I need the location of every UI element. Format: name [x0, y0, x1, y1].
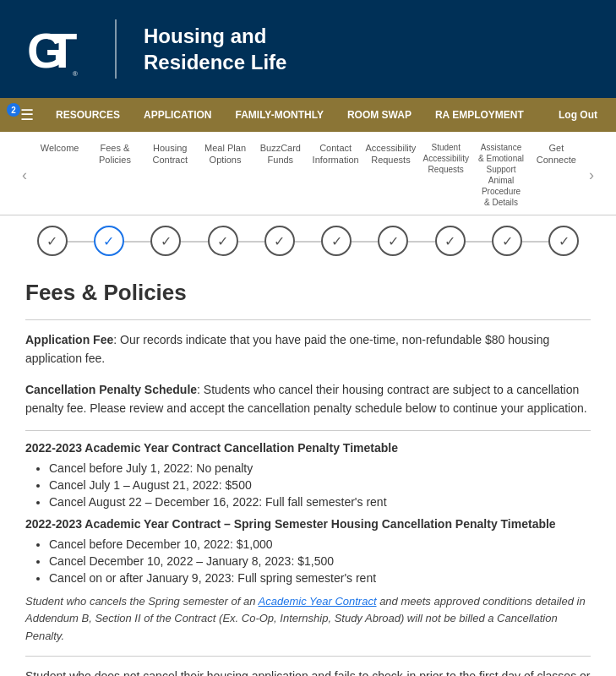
progress-row: ✓ ✓ ✓ ✓ ✓ ✓ ✓ ✓ ✓ ✓ — [0, 215, 616, 263]
spring-timetable-heading: 2022-2023 Academic Year Contract – Sprin… — [25, 517, 591, 531]
step-tab-contact[interactable]: ContactInformation — [308, 139, 363, 211]
step-tab-student-accessibility[interactable]: StudentAccessibilityRequests — [418, 139, 473, 211]
nav-item-room-swap[interactable]: ROOM SWAP — [335, 98, 423, 132]
step-tab-accessibility[interactable]: AccessibilityRequests — [363, 139, 418, 211]
fall-bullet-3: Cancel August 22 – December 16, 2022: Fu… — [49, 495, 591, 509]
progress-circle-6: ✓ — [321, 226, 352, 256]
application-fee-section: Application Fee: Our records indicate th… — [25, 330, 591, 368]
fall-bullet-1: Cancel before July 1, 2022: No penalty — [49, 461, 591, 475]
site-header: G T ® Housing and Residence Life — [0, 0, 616, 98]
progress-circle-7: ✓ — [378, 226, 408, 256]
nav-item-application[interactable]: APPLICATION — [132, 98, 223, 132]
step-tab-meal[interactable]: Meal PlanOptions — [198, 139, 253, 211]
logo-group: G T ® Housing and Residence Life — [20, 15, 286, 83]
step-tab-buzzcard[interactable]: BuzzCardFunds — [253, 139, 308, 211]
logout-button[interactable]: Log Out — [547, 109, 609, 121]
main-navbar: 2 ☰ RESOURCES APPLICATION FAMILY-MONTHLY… — [0, 98, 616, 132]
divider-top — [25, 319, 591, 320]
application-fee-label: Application Fee — [25, 333, 113, 346]
gt-logo-icon: G T ® — [20, 15, 88, 83]
step-tab-welcome[interactable]: Welcome — [32, 139, 87, 211]
nav-item-ra-employment[interactable]: RA EMPLOYMENT — [423, 98, 536, 132]
progress-circle-9: ✓ — [492, 226, 522, 256]
progress-step-10: ✓ — [536, 226, 592, 256]
hamburger-icon[interactable]: ☰ — [20, 106, 34, 124]
progress-circle-5: ✓ — [264, 226, 295, 256]
noshow-section: Student who does not cancel their housin… — [25, 667, 591, 676]
nav-item-resources[interactable]: RESOURCES — [44, 98, 132, 132]
fall-bullet-2: Cancel July 1 – August 21, 2022: $500 — [49, 478, 591, 492]
fall-timetable-heading: 2022-2023 Academic Year Contract Cancell… — [25, 441, 591, 455]
divider-1 — [25, 430, 591, 431]
italic-note: Student who cancels the Spring semester … — [25, 593, 591, 646]
page-title: Fees & Policies — [25, 280, 591, 306]
tabs-prev-arrow[interactable]: ‹ — [17, 163, 32, 188]
cancellation-label: Cancellation Penalty Schedule — [25, 383, 197, 396]
progress-circle-1: ✓ — [37, 226, 68, 256]
step-tabs-container: ‹ Welcome Fees &Policies HousingContract… — [0, 132, 616, 215]
spring-bullet-1: Cancel before December 10, 2022: $1,000 — [49, 537, 591, 551]
fall-bullets: Cancel before July 1, 2022: No penalty C… — [49, 461, 591, 509]
main-content: Fees & Policies Application Fee: Our rec… — [0, 263, 616, 676]
progress-circle-2: ✓ — [94, 226, 124, 256]
step-tabs-list: Welcome Fees &Policies HousingContract M… — [32, 139, 584, 211]
nav-item-family-monthly[interactable]: FAMILY-MONTHLY — [223, 98, 335, 132]
tabs-next-arrow[interactable]: › — [584, 163, 599, 188]
italic-note-before: Student who cancels the Spring semester … — [25, 595, 259, 608]
progress-circle-3: ✓ — [150, 226, 181, 256]
step-tab-assistance[interactable]: Assistance& EmotionalSupportAnimalProced… — [473, 139, 528, 211]
spring-bullet-3: Cancel on or after January 9, 2023: Full… — [49, 571, 591, 585]
progress-circle-10: ✓ — [548, 226, 579, 256]
spring-bullets: Cancel before December 10, 2022: $1,000 … — [49, 537, 591, 585]
noshow-text-before: Student who does not cancel their housin… — [25, 669, 591, 676]
progress-circle-8: ✓ — [435, 226, 466, 256]
step-tab-get-connected[interactable]: GetConnecte — [529, 139, 584, 211]
svg-text:®: ® — [73, 70, 78, 78]
divider-2 — [25, 656, 591, 657]
nav-badge: 2 — [7, 103, 20, 117]
step-tabs-nav: ‹ Welcome Fees &Policies HousingContract… — [0, 139, 616, 211]
site-title: Housing and Residence Life — [144, 23, 286, 75]
header-divider — [115, 19, 117, 79]
spring-bullet-2: Cancel December 10, 2022 – January 8, 20… — [49, 554, 591, 568]
progress-circle-4: ✓ — [208, 226, 238, 256]
step-tab-fees[interactable]: Fees &Policies — [87, 139, 142, 211]
cancellation-section: Cancellation Penalty Schedule: Students … — [25, 380, 591, 418]
step-tab-housing[interactable]: HousingContract — [143, 139, 198, 211]
nav-items: RESOURCES APPLICATION FAMILY-MONTHLY ROO… — [44, 98, 547, 132]
academic-year-contract-link[interactable]: Academic Year Contract — [259, 595, 377, 608]
